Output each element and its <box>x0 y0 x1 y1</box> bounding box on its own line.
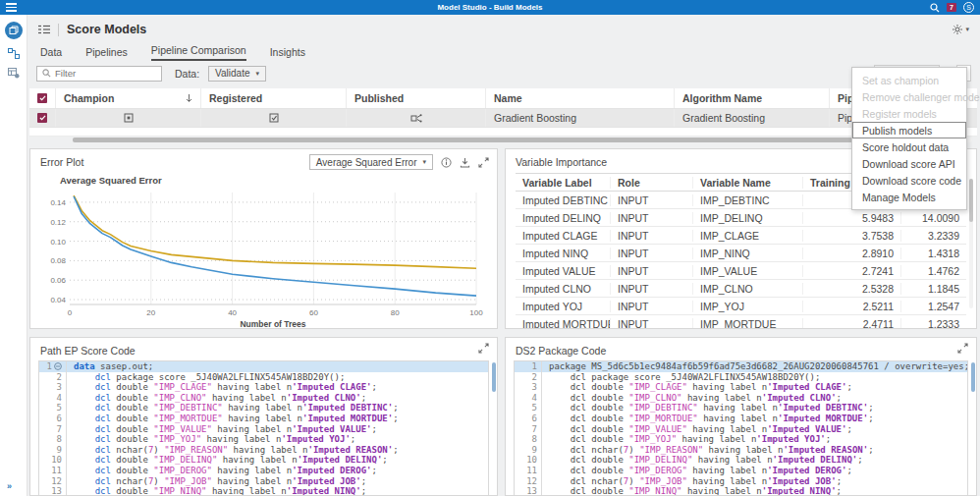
divider <box>58 24 59 36</box>
line-number: 10 <box>515 455 542 466</box>
ds2-code-editor[interactable]: 1package MS_5d6c5b1ec9484af6b59f6ad75e3d… <box>514 360 968 495</box>
path-ep-code-editor[interactable]: 1data sasep.out;2 dcl package score _5J4… <box>38 360 489 495</box>
menu-item-publish-models[interactable]: Publish models <box>852 122 966 138</box>
table-row[interactable]: Imputed CLAGEINPUTIMP_CLAGE3.75383.2339 <box>516 227 966 245</box>
code-text: dcl package score _5J40WA2LFLINX545AW18B… <box>67 372 345 383</box>
page-header: Score Models ▾ <box>27 15 980 44</box>
error-plot-panel: Error Plot Average Squared Error ▾ <box>29 148 498 329</box>
maximize-icon[interactable] <box>478 343 489 354</box>
avatar[interactable]: S <box>963 2 974 13</box>
data-select-value: Validate <box>215 68 249 79</box>
tab-pipelines[interactable]: Pipelines <box>85 46 128 61</box>
nav-data-icon[interactable] <box>5 22 23 39</box>
error-metric-select[interactable]: Average Squared Error ▾ <box>309 154 433 170</box>
table-row[interactable]: Imputed YOJINPUTIMP_YOJ2.52111.2547 <box>516 298 966 315</box>
model-row-gradient-boosting[interactable]: Gradient Boosting Gradient Boosting Pipe… <box>29 109 977 128</box>
vi-cell: Imputed DELINQ <box>516 212 610 224</box>
menu-item-score-holdout-data[interactable]: Score holdout data <box>852 138 966 155</box>
vi-cell: Imputed CLAGE <box>516 230 610 242</box>
info-icon[interactable] <box>441 157 452 168</box>
code-line: 5 dcl double "IMP_DEBTINC" having label … <box>515 403 967 413</box>
svg-text:0: 0 <box>68 308 73 317</box>
line-number: 5 <box>515 403 542 413</box>
line-number: 6 <box>39 413 67 424</box>
code-line: 12 dcl nchar(7) "IMP_JOB" having label n… <box>39 476 488 487</box>
line-number: 1 <box>39 361 67 372</box>
vi-cell: Imputed VALUE <box>516 265 610 277</box>
vi-cell: 3.7538 <box>802 230 900 242</box>
code-text: data sasep.out; <box>67 361 153 372</box>
tab-pipeline-comparison[interactable]: Pipeline Comparison <box>151 44 246 61</box>
code-text: dcl double "IMP_CLAGE" having label n'Im… <box>542 382 852 393</box>
tab-insights[interactable]: Insights <box>270 46 305 61</box>
vertical-scrollbar[interactable] <box>971 362 975 392</box>
nav-pipelines-icon[interactable] <box>8 48 20 59</box>
vertical-scrollbar[interactable] <box>969 179 973 308</box>
filter-input[interactable] <box>55 68 156 79</box>
left-nav-rail: » <box>0 15 27 496</box>
table-row[interactable]: Imputed VALUEINPUTIMP_VALUE2.72411.4762 <box>516 262 966 280</box>
menu-item-download-score-code[interactable]: Download score code <box>852 172 966 189</box>
vi-cell: 1.2547 <box>900 301 966 312</box>
code-line: 3 dcl double "IMP_CLAGE" having label n'… <box>515 382 967 393</box>
data-select-label: Data: <box>175 68 199 80</box>
models-table-header: Champion Registered Published Name Algor… <box>29 88 977 109</box>
line-number: 5 <box>39 403 67 413</box>
filter-field[interactable] <box>36 66 162 82</box>
table-row[interactable]: Imputed MORTDUEINPUTIMP_MORTDUE2.47111.2… <box>516 315 966 329</box>
vi-cell: IMP_MORTDUE <box>692 318 802 330</box>
maximize-icon[interactable] <box>478 157 489 168</box>
search-icon[interactable] <box>930 3 940 13</box>
table-row[interactable]: Imputed DELINQINPUTIMP_DELINQ5.948314.00… <box>516 209 966 227</box>
vi-cell: IMP_CLNO <box>692 283 802 295</box>
tab-data[interactable]: Data <box>40 46 62 61</box>
menu-item-set-as-champion[interactable]: Set as champion <box>852 72 966 88</box>
maximize-icon[interactable] <box>957 343 968 354</box>
code-line: 10 dcl double "IMP_DELINQ" having label … <box>515 455 967 466</box>
menu-item-download-score-api[interactable]: Download score API <box>852 155 966 172</box>
col-name[interactable]: Name <box>485 88 674 108</box>
table-row[interactable]: Imputed CLNOINPUTIMP_CLNO2.53281.1845 <box>516 280 966 298</box>
code-line: 9 dcl nchar(7) "IMP_REASON" having label… <box>515 445 967 456</box>
code-text: dcl double "IMP_CLNO" having label n'Imp… <box>542 393 842 404</box>
settings-control[interactable]: ▾ <box>952 24 969 35</box>
vi-cell: 1.4762 <box>900 265 966 277</box>
data-select[interactable]: Validate ▾ <box>208 66 266 82</box>
col-published[interactable]: Published <box>346 88 485 108</box>
top-app-bar: Model Studio - Build Models 7 S <box>0 0 980 15</box>
error-plot-chart: 0204060801000.040.060.080.100.120.14Numb… <box>30 186 497 329</box>
tab-bar: Data Pipelines Pipeline Comparison Insig… <box>27 44 980 61</box>
app-title: Model Studio - Build Models <box>0 3 980 12</box>
row-checkbox[interactable] <box>29 109 55 127</box>
notifications-badge[interactable]: 7 <box>947 3 956 12</box>
vertical-scrollbar[interactable] <box>492 362 496 392</box>
vi-cell: IMP_DELINQ <box>692 212 802 224</box>
vi-cell: INPUT <box>610 194 692 206</box>
col-algorithm-name[interactable]: Algorithm Name <box>674 88 829 108</box>
code-text: dcl double "IMP_DEROG" having label n'Im… <box>67 466 377 476</box>
path-ep-score-code-title: Path EP Score Code <box>30 338 497 359</box>
nav-insights-icon[interactable] <box>8 68 20 79</box>
vi-cell: Imputed DEBTINC <box>516 194 610 206</box>
vi-cell: 1.4318 <box>900 248 966 259</box>
menu-item-remove-challenger-models[interactable]: Remove challenger models <box>852 88 966 105</box>
col-champion[interactable]: Champion <box>55 88 200 108</box>
horizontal-scrollbar[interactable] <box>73 138 972 142</box>
table-row[interactable]: Imputed NINQINPUTIMP_NINQ2.89101.4318 <box>516 245 966 262</box>
vi-cell: 2.5328 <box>802 283 900 295</box>
code-text: dcl nchar(7) "IMP_JOB" having label n'Im… <box>542 476 842 487</box>
select-all-checkbox[interactable] <box>29 88 55 108</box>
list-icon[interactable] <box>38 25 50 34</box>
col-registered[interactable]: Registered <box>200 88 346 108</box>
vi-cell: Imputed CLNO <box>516 283 610 295</box>
line-number: 4 <box>39 393 67 404</box>
vi-cell: IMP_DEBTINC <box>692 194 802 206</box>
download-icon[interactable] <box>460 157 470 168</box>
expand-rail-chevrons[interactable]: » <box>7 481 12 491</box>
vi-cell: IMP_YOJ <box>692 301 802 312</box>
collapse-icon[interactable] <box>54 362 62 370</box>
menu-item-manage-models[interactable]: Manage Models <box>852 189 966 205</box>
code-line: 4 dcl double "IMP_CLNO" having label n'I… <box>515 393 967 404</box>
menu-item-register-models[interactable]: Register models <box>852 105 966 122</box>
code-text: package MS_5d6c5b1ec9484af6b59f6ad75e3d6… <box>542 361 968 372</box>
